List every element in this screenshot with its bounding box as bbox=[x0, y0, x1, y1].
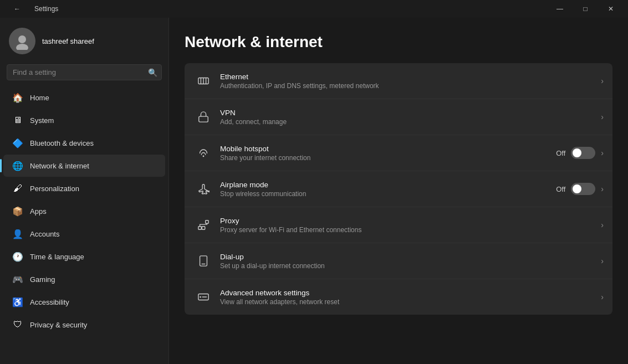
row-right-proxy: › bbox=[601, 221, 604, 229]
settings-row-hotspot[interactable]: Mobile hotspot Share your internet conne… bbox=[185, 135, 612, 171]
sidebar-label-personalization: Personalization bbox=[30, 184, 79, 193]
settings-row-ethernet[interactable]: Ethernet Authentication, IP and DNS sett… bbox=[185, 63, 612, 99]
chevron-icon-airplane: › bbox=[601, 184, 604, 193]
sidebar-item-personalization[interactable]: 🖌 Personalization bbox=[3, 177, 165, 199]
row-icon-ethernet bbox=[193, 71, 213, 91]
sidebar-item-bluetooth[interactable]: 🔷 Bluetooth & devices bbox=[3, 132, 165, 154]
accessibility-icon: ♿ bbox=[12, 296, 23, 307]
row-subtitle-advanced: View all network adapters, network reset bbox=[220, 298, 601, 306]
row-title-airplane: Airplane mode bbox=[220, 181, 556, 189]
accounts-icon: 👤 bbox=[12, 228, 23, 239]
toggle-hotspot[interactable] bbox=[571, 147, 595, 159]
row-subtitle-hotspot: Share your internet connection bbox=[220, 154, 556, 162]
row-text-proxy: Proxy Proxy server for Wi-Fi and Etherne… bbox=[220, 217, 601, 234]
chevron-icon-advanced: › bbox=[601, 293, 604, 301]
row-subtitle-proxy: Proxy server for Wi-Fi and Ethernet conn… bbox=[220, 226, 601, 234]
search-icon: 🔍 bbox=[148, 68, 157, 77]
row-right-dialup: › bbox=[601, 257, 604, 265]
sidebar-item-gaming[interactable]: 🎮 Gaming bbox=[3, 268, 165, 290]
row-right-advanced: › bbox=[601, 293, 604, 301]
sidebar-item-accounts[interactable]: 👤 Accounts bbox=[3, 223, 165, 245]
svg-rect-6 bbox=[199, 116, 208, 122]
page-title: Network & internet bbox=[185, 33, 612, 51]
row-text-vpn: VPN Add, connect, manage bbox=[220, 109, 601, 126]
settings-card: Ethernet Authentication, IP and DNS sett… bbox=[185, 63, 612, 315]
avatar bbox=[9, 28, 35, 54]
toggle-airplane[interactable] bbox=[571, 183, 595, 195]
personalization-icon: 🖌 bbox=[12, 183, 23, 194]
row-subtitle-dialup: Set up a dial-up internet connection bbox=[220, 262, 601, 270]
network-icon: 🌐 bbox=[12, 160, 23, 171]
sidebar-label-time: Time & language bbox=[30, 253, 84, 261]
chevron-icon-proxy: › bbox=[601, 221, 604, 229]
close-button[interactable]: ✕ bbox=[598, 0, 624, 18]
row-icon-vpn bbox=[193, 107, 213, 127]
settings-row-proxy[interactable]: Proxy Proxy server for Wi-Fi and Etherne… bbox=[185, 207, 612, 243]
svg-rect-11 bbox=[200, 256, 207, 266]
settings-row-vpn[interactable]: VPN Add, connect, manage › bbox=[185, 99, 612, 135]
chevron-icon-ethernet: › bbox=[601, 76, 604, 85]
row-subtitle-vpn: Add, connect, manage bbox=[220, 118, 601, 126]
row-icon-airplane bbox=[193, 179, 213, 199]
sidebar-item-home[interactable]: 🏠 Home bbox=[3, 86, 165, 109]
sidebar-item-privacy[interactable]: 🛡 Privacy & security bbox=[3, 314, 165, 336]
row-icon-proxy bbox=[193, 215, 213, 235]
sidebar-item-apps[interactable]: 📦 Apps bbox=[3, 200, 165, 222]
svg-point-1 bbox=[16, 44, 28, 50]
sidebar-label-home: Home bbox=[30, 94, 49, 102]
user-section[interactable]: tashreef shareef bbox=[0, 18, 169, 62]
row-title-ethernet: Ethernet bbox=[220, 73, 601, 81]
sidebar-label-bluetooth: Bluetooth & devices bbox=[30, 139, 94, 147]
settings-row-airplane[interactable]: Airplane mode Stop wireless communicatio… bbox=[185, 171, 612, 207]
nav-list: 🏠 Home 🖥 System 🔷 Bluetooth & devices 🌐 … bbox=[0, 86, 169, 336]
row-text-advanced: Advanced network settings View all netwo… bbox=[220, 289, 601, 306]
sidebar-label-accessibility: Accessibility bbox=[30, 298, 69, 306]
minimize-button[interactable]: — bbox=[547, 0, 573, 18]
row-subtitle-ethernet: Authentication, IP and DNS settings, met… bbox=[220, 82, 601, 90]
chevron-icon-vpn: › bbox=[601, 112, 604, 121]
time-icon: 🕐 bbox=[12, 251, 23, 262]
svg-point-7 bbox=[203, 156, 205, 157]
svg-rect-9 bbox=[206, 221, 209, 224]
row-right-vpn: › bbox=[601, 112, 604, 121]
row-subtitle-airplane: Stop wireless communication bbox=[220, 190, 556, 198]
titlebar-controls: — □ ✕ bbox=[547, 0, 624, 18]
sidebar-item-accessibility[interactable]: ♿ Accessibility bbox=[3, 291, 165, 313]
row-title-advanced: Advanced network settings bbox=[220, 289, 601, 297]
bluetooth-icon: 🔷 bbox=[12, 137, 23, 148]
svg-rect-8 bbox=[198, 227, 202, 230]
row-title-proxy: Proxy bbox=[220, 217, 601, 225]
sidebar-item-time[interactable]: 🕐 Time & language bbox=[3, 245, 165, 268]
row-icon-advanced bbox=[193, 287, 213, 307]
maximize-button[interactable]: □ bbox=[573, 0, 598, 18]
status-airplane: Off bbox=[556, 185, 565, 193]
system-icon: 🖥 bbox=[12, 115, 23, 126]
svg-point-14 bbox=[200, 296, 201, 298]
sidebar-label-gaming: Gaming bbox=[30, 275, 55, 284]
titlebar-left: ← Settings bbox=[4, 0, 58, 18]
settings-row-advanced[interactable]: Advanced network settings View all netwo… bbox=[185, 279, 612, 315]
sidebar: tashreef shareef 🔍 🏠 Home 🖥 System 🔷 Blu… bbox=[0, 18, 169, 364]
row-right-airplane: Off› bbox=[556, 183, 604, 195]
row-text-hotspot: Mobile hotspot Share your internet conne… bbox=[220, 145, 556, 162]
settings-row-dialup[interactable]: Dial-up Set up a dial-up internet connec… bbox=[185, 243, 612, 279]
app-body: tashreef shareef 🔍 🏠 Home 🖥 System 🔷 Blu… bbox=[0, 18, 628, 364]
row-title-vpn: VPN bbox=[220, 109, 601, 117]
row-right-ethernet: › bbox=[601, 76, 604, 85]
sidebar-label-network: Network & internet bbox=[30, 162, 89, 170]
sidebar-item-network[interactable]: 🌐 Network & internet bbox=[3, 155, 165, 177]
sidebar-label-system: System bbox=[30, 116, 54, 125]
svg-rect-10 bbox=[202, 227, 205, 230]
back-icon: ← bbox=[14, 5, 21, 13]
back-button[interactable]: ← bbox=[4, 0, 30, 18]
row-text-dialup: Dial-up Set up a dial-up internet connec… bbox=[220, 253, 601, 270]
sidebar-label-privacy: Privacy & security bbox=[30, 321, 87, 329]
search-input[interactable] bbox=[7, 64, 162, 80]
row-icon-dialup bbox=[193, 251, 213, 271]
chevron-icon-hotspot: › bbox=[601, 148, 604, 157]
row-icon-hotspot bbox=[193, 143, 213, 163]
sidebar-item-system[interactable]: 🖥 System bbox=[3, 109, 165, 131]
apps-icon: 📦 bbox=[12, 206, 23, 217]
chevron-icon-dialup: › bbox=[601, 257, 604, 265]
main-content: Network & internet Ethernet Authenticati… bbox=[169, 18, 628, 364]
